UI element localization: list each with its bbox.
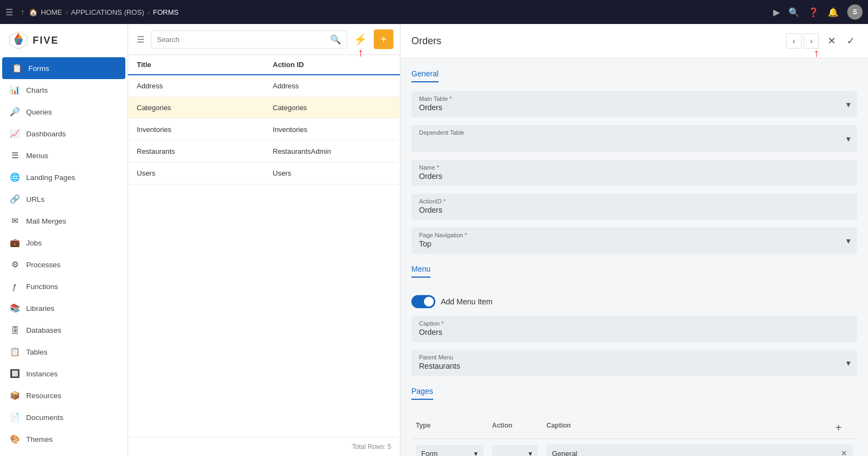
sidebar-item-processes[interactable]: ⚙ Processes — [0, 254, 128, 275]
avatar[interactable]: S — [847, 4, 863, 20]
sidebar-item-resources[interactable]: 📦 Resources — [0, 385, 128, 406]
lightning-button[interactable]: ⚡ — [351, 31, 369, 48]
landing-pages-icon: 🌐 — [9, 171, 21, 183]
search-input[interactable] — [157, 35, 327, 44]
sidebar-label-databases: Databases — [26, 326, 62, 334]
list-row[interactable]: Categories Categories — [128, 97, 400, 119]
functions-icon: ƒ — [9, 280, 21, 292]
row-title-1: Categories — [128, 104, 264, 112]
type-dropdown-icon: ▾ — [474, 449, 478, 457]
sidebar-item-databases[interactable]: 🗄 Databases — [0, 319, 128, 341]
sidebar-item-forms[interactable]: 📋 Forms — [2, 57, 125, 79]
sidebar-item-landing-pages[interactable]: 🌐 Landing Pages — [0, 166, 128, 188]
play-icon[interactable]: ▶ — [773, 7, 780, 17]
row-action-2: Inventories — [264, 125, 400, 134]
sidebar-item-themes[interactable]: 🎨 Themes — [0, 428, 128, 450]
sidebar-item-libraries[interactable]: 📚 Libraries — [0, 297, 128, 319]
sidebar-label-urls: URLs — [26, 195, 45, 203]
name-label: Name * — [419, 164, 849, 171]
tab-general[interactable]: General — [411, 69, 439, 82]
pages-col-action: Action — [488, 422, 542, 434]
add-menu-item-label: Add Menu Item — [441, 297, 493, 306]
documents-icon: 📄 — [9, 411, 21, 423]
sidebar-label-menus: Menus — [26, 152, 48, 160]
up-arrow-icon[interactable]: ↑ — [21, 8, 25, 16]
type-select[interactable]: Form ▾ — [416, 445, 483, 457]
pages-table-header: Type Action Caption + — [411, 417, 857, 439]
breadcrumb-forms[interactable]: FORMS — [153, 8, 179, 16]
lightning-area: ⚡ ↑ — [351, 31, 369, 48]
list-row[interactable]: Users Users — [128, 163, 400, 184]
search-nav-icon[interactable]: 🔍 — [788, 7, 799, 17]
sidebar-item-mail-merges[interactable]: ✉ Mail Merges — [0, 210, 128, 232]
sidebar-item-tables[interactable]: 📋 Tables — [0, 341, 128, 363]
home-icon[interactable]: 🏠 — [29, 8, 38, 16]
list-row[interactable]: Restaurants RestaurantsAdmin — [128, 141, 400, 163]
confirm-button[interactable]: ✓ — [845, 33, 857, 49]
list-row[interactable]: Address Address — [128, 75, 400, 97]
top-nav: ☰ ↑ 🏠 HOME › APPLICATIONS (ROS) › FORMS … — [0, 0, 868, 24]
pages-add-button[interactable]: + — [835, 422, 842, 434]
bell-icon[interactable]: 🔔 — [828, 7, 839, 17]
sidebar-item-dashboards[interactable]: 📈 Dashboards — [0, 123, 128, 145]
toggle-thumb — [424, 297, 434, 307]
action-id-value: Orders — [419, 206, 849, 214]
tables-icon: 📋 — [9, 346, 21, 358]
instances-icon: 🔲 — [9, 368, 21, 380]
name-wrapper: Name * Orders — [411, 160, 857, 186]
hamburger-icon[interactable]: ☰ — [5, 7, 13, 17]
parent-menu-dropdown-icon[interactable]: ▾ — [846, 358, 851, 368]
menu-divider: Menu — [411, 265, 857, 286]
logo-text: FIVE — [33, 35, 59, 46]
breadcrumb-home[interactable]: HOME — [41, 8, 62, 16]
action-id-label: ActionID * — [419, 198, 849, 205]
filter-button[interactable]: ☰ — [135, 32, 147, 47]
sidebar-nav: 📋 Forms 📊 Charts 🔎 Queries 📈 Dashboards … — [0, 57, 128, 456]
page-nav-dropdown-icon[interactable]: ▾ — [846, 236, 851, 246]
sidebar-label-functions: Functions — [26, 283, 58, 291]
general-tab-label[interactable]: General — [411, 69, 857, 91]
action-select[interactable]: ▾ — [492, 445, 538, 457]
add-menu-toggle[interactable] — [411, 295, 435, 308]
sidebar-label-queries: Queries — [26, 108, 52, 116]
caption-clear-button[interactable]: ✕ — [841, 449, 847, 456]
dependent-table-dropdown-icon[interactable]: ▾ — [846, 134, 851, 144]
add-button[interactable]: + — [374, 29, 393, 49]
sidebar-item-instances[interactable]: 🔲 Instances — [0, 363, 128, 385]
sidebar-item-jobs[interactable]: 💼 Jobs — [0, 232, 128, 254]
prev-button[interactable]: ‹ — [786, 33, 802, 49]
close-button[interactable]: ✕ — [825, 33, 838, 49]
sidebar-label-processes: Processes — [26, 261, 60, 269]
parent-menu-wrapper: Parent Menu Restaurants ▾ — [411, 350, 857, 376]
sidebar-label-resources: Resources — [26, 392, 62, 400]
parent-menu-value: Restaurants — [419, 362, 849, 370]
list-row[interactable]: Inventories Inventories — [128, 119, 400, 141]
sidebar-item-urls[interactable]: 🔗 URLs — [0, 188, 128, 210]
main-table-value: Orders — [419, 103, 849, 112]
help-icon[interactable]: ❓ — [808, 7, 819, 17]
breadcrumb-app[interactable]: APPLICATIONS (ROS) — [71, 8, 144, 16]
caption-input-value[interactable]: General — [552, 449, 577, 457]
name-field: Name * Orders — [411, 160, 857, 186]
tab-pages[interactable]: Pages — [411, 387, 433, 400]
sidebar-label-charts: Charts — [26, 86, 48, 94]
sidebar-item-menus[interactable]: ☰ Menus — [0, 145, 128, 166]
sidebar-item-functions[interactable]: ƒ Functions — [0, 275, 128, 297]
main-table-dropdown-icon[interactable]: ▾ — [846, 99, 851, 110]
search-icon: 🔍 — [330, 34, 341, 45]
row-action-3: RestaurantsAdmin — [264, 147, 400, 155]
pages-divider: Pages — [411, 387, 857, 409]
sidebar-item-queries[interactable]: 🔎 Queries — [0, 101, 128, 123]
pages-row-type: Form ▾ — [411, 445, 488, 457]
sidebar-item-display-types[interactable]: 🖥 Display Types — [0, 450, 128, 456]
next-button[interactable]: › — [804, 33, 819, 49]
row-title-0: Address — [128, 82, 264, 90]
breadcrumb-sep2: › — [147, 8, 149, 16]
sidebar-item-charts[interactable]: 📊 Charts — [0, 79, 128, 101]
tab-menu[interactable]: Menu — [411, 265, 430, 278]
pages-add-header: + — [835, 422, 857, 434]
row-action-4: Users — [264, 169, 400, 177]
sidebar-item-documents[interactable]: 📄 Documents — [0, 406, 128, 428]
breadcrumb-sep1: › — [65, 8, 68, 16]
content-area: ☰ 🔍 ⚡ ↑ + Title Action ID Address — [128, 24, 868, 456]
